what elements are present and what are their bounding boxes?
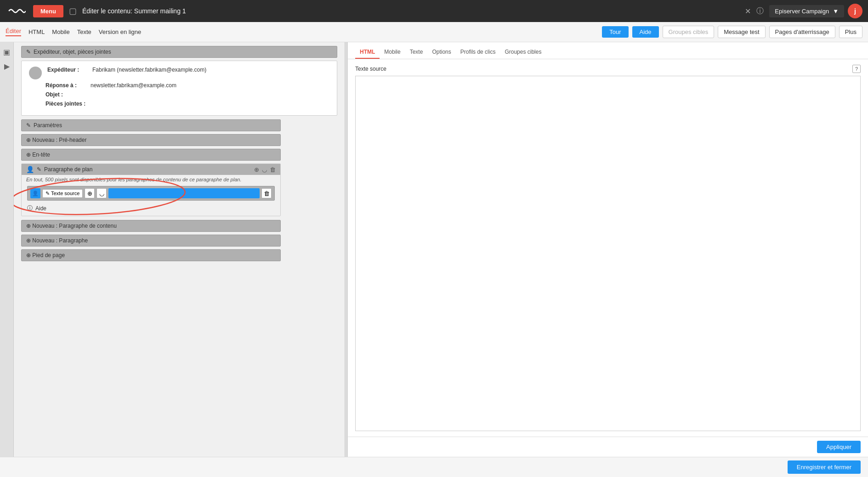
plus-button[interactable]: Plus: [839, 26, 862, 38]
avatar-placeholder: [29, 67, 42, 79]
nouveau-paragraphe-contenu-label: ⊕ Nouveau : Paragraphe de contenu: [26, 223, 117, 229]
en-tete-label: ⊕ En-tête: [26, 152, 50, 158]
pencil-icon3: ✎: [37, 166, 41, 173]
person-icon: 👤: [26, 166, 34, 173]
tab-profils[interactable]: Profils de clics: [456, 46, 500, 59]
pieces-row: Pièces jointes :: [29, 101, 329, 107]
parametres-bar[interactable]: ✎ Paramètres: [21, 119, 281, 131]
help-icon[interactable]: ⓘ: [756, 6, 764, 16]
pied-page-bar[interactable]: ⊕ Pied de page: [21, 249, 281, 261]
expediteur-label: Expéditeur :: [47, 67, 89, 73]
plan-info: En tout, 500 pixels sont disponibles pou…: [22, 175, 280, 184]
right-bottom: Appliquer: [348, 437, 868, 457]
mobile-device-icon[interactable]: ▶: [4, 62, 10, 71]
groupes-cibles-button[interactable]: Groupes cibles: [663, 26, 715, 38]
ts-person-icon: 👤: [30, 188, 40, 198]
tour-button[interactable]: Tour: [602, 26, 628, 38]
main-area: ▣ ▶ ✎ Expéditeur, objet, pièces jointes …: [0, 42, 868, 457]
toolbar: Éditer HTML Mobile Texte Version en lign…: [0, 22, 868, 42]
copy-plan-icon[interactable]: ◡: [262, 166, 267, 173]
toolbar-mobile[interactable]: Mobile: [52, 28, 69, 35]
pencil-small-icon: ✎: [45, 191, 50, 196]
nouveau-preheader-bar[interactable]: ⊕ Nouveau : Pré-header: [21, 134, 281, 146]
aide-label: Aide: [35, 205, 46, 212]
question-small-icon: ⓘ: [27, 204, 33, 212]
toolbar-version[interactable]: Version en ligne: [99, 28, 142, 35]
tab-html[interactable]: HTML: [355, 46, 380, 59]
reponse-value: newsletter.fabrikam@example.com: [91, 82, 176, 89]
right-tabs: HTML Mobile Texte Options Profils de cli…: [348, 42, 868, 59]
texte-source-help-icon[interactable]: ?: [852, 65, 861, 73]
toolbar-left: Éditer HTML Mobile Texte Version en lign…: [6, 28, 602, 36]
expediteur-bar-label: Expéditeur, objet, pièces jointes: [34, 49, 111, 55]
save-button[interactable]: Enregistrer et fermer: [788, 460, 861, 474]
top-bar: Menu ▢ Éditer le contenu: Summer mailing…: [0, 0, 868, 22]
pages-atterrissage-button[interactable]: Pages d'atterrissage: [769, 26, 835, 38]
ts-add-button[interactable]: ⊕: [85, 188, 95, 198]
right-panel: HTML Mobile Texte Options Profils de cli…: [347, 42, 868, 457]
aide-button[interactable]: Aide: [632, 26, 659, 38]
toolbar-texte[interactable]: Texte: [77, 28, 91, 35]
plan-section: 👤 ✎ Paragraphe de plan ⊕ ◡ 🗑 En tout, 50…: [21, 163, 281, 216]
ts-blue-bar: [108, 188, 260, 198]
en-tete-bar[interactable]: ⊕ En-tête: [21, 149, 281, 161]
tab-options[interactable]: Options: [427, 46, 455, 59]
expediteur-row: Expéditeur : Fabrikam (newsletter.fabrik…: [29, 67, 329, 79]
document-icon[interactable]: ▢: [69, 6, 77, 16]
trash-plan-icon[interactable]: 🗑: [270, 166, 276, 173]
bottom-bar: Enregistrer et fermer: [0, 457, 868, 477]
toolbar-right: Tour Aide Groupes cibles Message test Pa…: [602, 26, 862, 38]
aide-row: ⓘ Aide: [24, 202, 278, 215]
right-content: Texte source ?: [348, 59, 868, 437]
episerver-dropdown[interactable]: Episerver Campaign ▼: [769, 5, 844, 17]
pencil-icon2: ✎: [26, 122, 31, 129]
texte-source-container: 👤 ✎ Texte source ⊕ ◡ 🗑 ⓘ Aide: [24, 186, 278, 215]
page-title: Éditer le contenu: Summer mailing 1: [82, 7, 736, 15]
appliquer-button[interactable]: Appliquer: [817, 441, 861, 453]
expediteur-value: Fabrikam (newsletter.fabrikam@example.co…: [92, 67, 206, 73]
menu-button[interactable]: Menu: [33, 5, 63, 17]
toolbar-edit[interactable]: Éditer: [6, 28, 21, 36]
nouveau-paragraphe-contenu-bar[interactable]: ⊕ Nouveau : Paragraphe de contenu: [21, 220, 281, 232]
texte-source-row: 👤 ✎ Texte source ⊕ ◡ 🗑: [27, 186, 275, 201]
ts-label: Texte source: [51, 191, 79, 196]
objet-label: Objet :: [45, 91, 87, 98]
nouveau-paragraphe-bar[interactable]: ⊕ Nouveau : Paragraphe: [21, 235, 281, 247]
message-test-button[interactable]: Message test: [718, 26, 765, 38]
avatar[interactable]: j: [848, 4, 862, 18]
expediteur-bar[interactable]: ✎ Expéditeur, objet, pièces jointes: [21, 46, 337, 58]
ts-copy-button[interactable]: ◡: [96, 188, 107, 198]
paragraphe-plan-label: Paragraphe de plan: [44, 166, 92, 173]
episerver-label: Episerver Campaign: [775, 8, 829, 15]
source-textarea[interactable]: [355, 76, 861, 431]
editor-panel: ✎ Expéditeur, objet, pièces jointes Expé…: [14, 42, 345, 457]
pencil-icon: ✎: [26, 49, 31, 55]
ts-pencil-button[interactable]: ✎ Texte source: [42, 189, 83, 198]
header-section: Expéditeur : Fabrikam (newsletter.fabrik…: [21, 61, 337, 116]
parametres-label: Paramètres: [34, 122, 62, 129]
chevron-down-icon: ▼: [833, 8, 839, 15]
top-bar-right: Episerver Campaign ▼ j: [769, 4, 862, 18]
close-icon[interactable]: ✕: [745, 7, 751, 16]
objet-row: Objet :: [29, 91, 329, 98]
reponse-label: Réponse à :: [45, 82, 87, 89]
nouveau-preheader-label: ⊕ Nouveau : Pré-header: [26, 137, 86, 143]
tab-groupes[interactable]: Groupes cibles: [500, 46, 546, 59]
pieces-label: Pièces jointes :: [45, 101, 87, 107]
logo: [6, 4, 28, 18]
side-icons: ▣ ▶: [0, 42, 14, 457]
reponse-row: Réponse à : newsletter.fabrikam@example.…: [29, 82, 329, 89]
texte-source-text: Texte source: [355, 66, 386, 72]
desktop-icon[interactable]: ▣: [3, 48, 10, 56]
pied-page-label: ⊕ Pied de page: [26, 252, 65, 258]
tab-mobile[interactable]: Mobile: [380, 46, 405, 59]
tab-texte[interactable]: Texte: [405, 46, 428, 59]
nouveau-paragraphe-label: ⊕ Nouveau : Paragraphe: [26, 237, 88, 244]
toolbar-html[interactable]: HTML: [28, 28, 45, 35]
add-plan-icon[interactable]: ⊕: [254, 166, 259, 173]
texte-source-section-label: Texte source ?: [355, 65, 861, 73]
plan-header: 👤 ✎ Paragraphe de plan ⊕ ◡ 🗑: [22, 164, 280, 175]
ts-delete-button[interactable]: 🗑: [261, 188, 272, 198]
